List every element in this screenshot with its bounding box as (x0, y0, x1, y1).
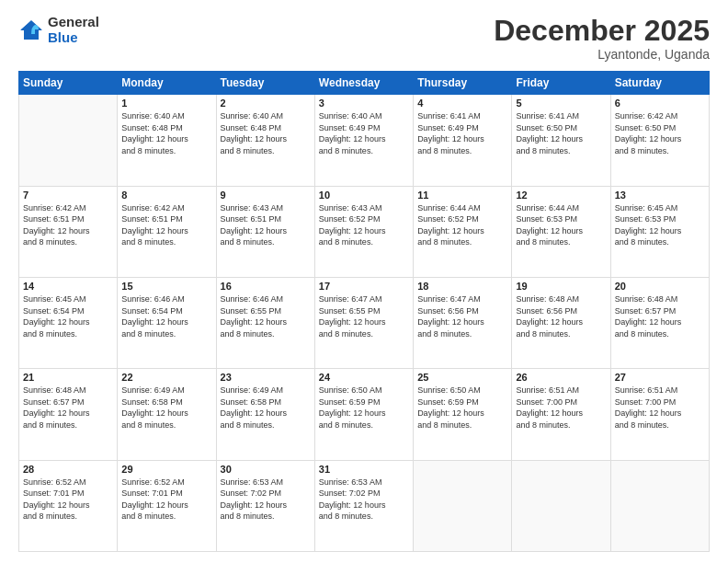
logo-blue: Blue (48, 30, 99, 46)
day-info: Daylight: 12 hours (121, 408, 211, 419)
day-info: Sunrise: 6:50 AM (417, 385, 507, 396)
day-info: and 8 minutes. (615, 328, 705, 340)
day-info: and 8 minutes. (319, 145, 409, 157)
col-monday: Monday (118, 72, 216, 95)
day-info: Sunset: 7:01 PM (121, 488, 211, 500)
day-info: Sunset: 7:02 PM (319, 488, 409, 500)
day-info: Sunrise: 6:44 AM (417, 202, 507, 214)
day-info: Daylight: 12 hours (615, 316, 705, 328)
day-info: Sunset: 6:58 PM (221, 396, 311, 408)
day-info: Daylight: 12 hours (23, 225, 113, 237)
day-info: and 8 minutes. (23, 419, 113, 431)
day-info: and 8 minutes. (121, 419, 211, 431)
day-info: Sunrise: 6:43 AM (319, 202, 409, 214)
calendar-week-row: 21Sunrise: 6:48 AMSunset: 6:57 PMDayligh… (19, 369, 710, 460)
title-block: December 2025 Lyantonde, Uganda (494, 15, 710, 62)
day-info: Sunrise: 6:41 AM (516, 110, 606, 122)
day-info: Daylight: 12 hours (221, 316, 311, 328)
day-info: Daylight: 12 hours (319, 225, 409, 237)
day-number: 15 (121, 281, 211, 292)
day-info: and 8 minutes. (516, 145, 606, 157)
day-info: Sunset: 6:56 PM (417, 305, 507, 317)
day-info: Daylight: 12 hours (417, 225, 507, 237)
logo-icon (18, 17, 44, 43)
table-row: 7Sunrise: 6:42 AMSunset: 6:51 PMDaylight… (19, 186, 118, 277)
day-info: Sunrise: 6:49 AM (121, 385, 211, 396)
day-info: and 8 minutes. (221, 236, 311, 248)
table-row (19, 95, 118, 186)
day-info: Daylight: 12 hours (319, 500, 409, 511)
day-info: Sunrise: 6:46 AM (121, 293, 211, 305)
day-number: 18 (417, 281, 507, 292)
day-info: Sunrise: 6:44 AM (516, 202, 606, 214)
day-info: Sunset: 6:51 PM (221, 213, 311, 225)
day-info: and 8 minutes. (121, 145, 211, 157)
table-row: 24Sunrise: 6:50 AMSunset: 6:59 PMDayligh… (314, 369, 413, 460)
day-info: and 8 minutes. (221, 419, 311, 431)
day-info: Sunrise: 6:45 AM (615, 202, 705, 214)
table-row: 31Sunrise: 6:53 AMSunset: 7:02 PMDayligh… (314, 460, 413, 551)
day-info: Sunrise: 6:51 AM (516, 385, 606, 396)
day-info: Daylight: 12 hours (221, 500, 311, 511)
day-info: Sunrise: 6:53 AM (221, 477, 311, 488)
day-info: Sunset: 6:55 PM (319, 305, 409, 317)
table-row: 23Sunrise: 6:49 AMSunset: 6:58 PMDayligh… (216, 369, 314, 460)
day-info: and 8 minutes. (221, 328, 311, 340)
day-info: and 8 minutes. (417, 328, 507, 340)
table-row: 15Sunrise: 6:46 AMSunset: 6:54 PMDayligh… (118, 277, 216, 368)
day-info: Sunset: 6:49 PM (417, 122, 507, 134)
table-row: 21Sunrise: 6:48 AMSunset: 6:57 PMDayligh… (19, 369, 118, 460)
day-info: Daylight: 12 hours (417, 133, 507, 145)
table-row: 27Sunrise: 6:51 AMSunset: 7:00 PMDayligh… (610, 369, 709, 460)
day-info: Sunrise: 6:43 AM (221, 202, 311, 214)
col-sunday: Sunday (19, 72, 118, 95)
day-info: and 8 minutes. (121, 511, 211, 523)
page: General Blue December 2025 Lyantonde, Ug… (0, 0, 728, 563)
table-row: 20Sunrise: 6:48 AMSunset: 6:57 PMDayligh… (610, 277, 709, 368)
table-row: 29Sunrise: 6:52 AMSunset: 7:01 PMDayligh… (118, 460, 216, 551)
day-info: Daylight: 12 hours (417, 316, 507, 328)
table-row: 2Sunrise: 6:40 AMSunset: 6:48 PMDaylight… (216, 95, 314, 186)
day-info: and 8 minutes. (615, 236, 705, 248)
day-info: Sunset: 6:57 PM (615, 305, 705, 317)
table-row (512, 460, 610, 551)
table-row: 6Sunrise: 6:42 AMSunset: 6:50 PMDaylight… (610, 95, 709, 186)
day-number: 27 (615, 372, 705, 383)
day-info: and 8 minutes. (121, 328, 211, 340)
table-row: 1Sunrise: 6:40 AMSunset: 6:48 PMDaylight… (118, 95, 216, 186)
day-number: 24 (319, 372, 409, 383)
day-info: Sunrise: 6:46 AM (221, 293, 311, 305)
day-info: Sunset: 6:53 PM (615, 213, 705, 225)
day-info: and 8 minutes. (23, 511, 113, 523)
day-info: Daylight: 12 hours (23, 316, 113, 328)
col-tuesday: Tuesday (216, 72, 314, 95)
day-info: and 8 minutes. (319, 328, 409, 340)
day-number: 5 (516, 98, 606, 109)
day-info: Sunrise: 6:52 AM (23, 477, 113, 488)
day-number: 1 (121, 98, 211, 109)
table-row: 5Sunrise: 6:41 AMSunset: 6:50 PMDaylight… (512, 95, 610, 186)
day-number: 6 (615, 98, 705, 109)
day-number: 23 (221, 372, 311, 383)
table-row: 8Sunrise: 6:42 AMSunset: 6:51 PMDaylight… (118, 186, 216, 277)
day-info: Daylight: 12 hours (121, 225, 211, 237)
day-info: Sunrise: 6:50 AM (319, 385, 409, 396)
day-info: Sunrise: 6:53 AM (319, 477, 409, 488)
day-info: Sunset: 6:48 PM (221, 122, 311, 134)
day-info: Daylight: 12 hours (121, 316, 211, 328)
day-info: Daylight: 12 hours (516, 316, 606, 328)
calendar-table: Sunday Monday Tuesday Wednesday Thursday… (18, 71, 710, 552)
table-row: 13Sunrise: 6:45 AMSunset: 6:53 PMDayligh… (610, 186, 709, 277)
calendar-week-row: 14Sunrise: 6:45 AMSunset: 6:54 PMDayligh… (19, 277, 710, 368)
day-info: and 8 minutes. (516, 236, 606, 248)
day-number: 30 (221, 464, 311, 475)
day-info: and 8 minutes. (417, 236, 507, 248)
day-number: 2 (221, 98, 311, 109)
day-info: and 8 minutes. (121, 236, 211, 248)
table-row: 28Sunrise: 6:52 AMSunset: 7:01 PMDayligh… (19, 460, 118, 551)
day-info: Daylight: 12 hours (516, 408, 606, 419)
day-info: and 8 minutes. (23, 328, 113, 340)
day-info: Daylight: 12 hours (121, 500, 211, 511)
table-row: 17Sunrise: 6:47 AMSunset: 6:55 PMDayligh… (314, 277, 413, 368)
day-info: Sunset: 6:55 PM (221, 305, 311, 317)
